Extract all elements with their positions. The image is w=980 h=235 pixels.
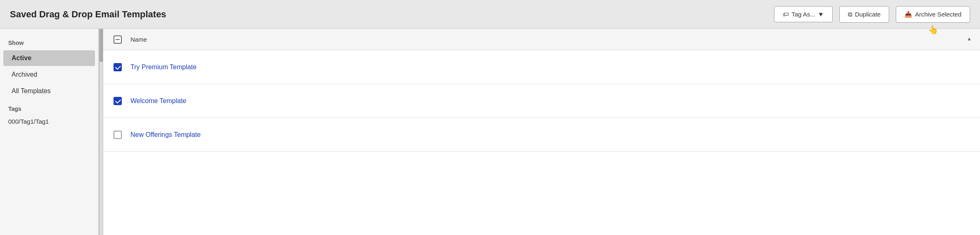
chevron-down-icon: ▼ xyxy=(818,11,824,18)
row-2-name[interactable]: Welcome Template xyxy=(130,97,186,105)
row-2-checkbox[interactable] xyxy=(114,97,122,105)
page-title: Saved Drag & Drop Email Templates xyxy=(10,9,166,20)
sidebar-item-active[interactable]: Active xyxy=(3,50,95,66)
row-1-name[interactable]: Try Premium Template xyxy=(130,63,196,71)
sidebar-tag-item[interactable]: 000/Tag1/Tag1 xyxy=(0,115,98,128)
header-checkbox-cell[interactable] xyxy=(111,35,124,44)
row-3-checkbox[interactable] xyxy=(114,131,122,139)
main-layout: Show Active Archived All Templates Tags … xyxy=(0,29,980,235)
row-2-checkbox-cell[interactable] xyxy=(111,97,124,105)
scrollbar[interactable] xyxy=(99,29,103,235)
sidebar: Show Active Archived All Templates Tags … xyxy=(0,29,99,235)
duplicate-button[interactable]: ⧉ Duplicate xyxy=(839,6,890,23)
tag-as-button[interactable]: 🏷 Tag As... ▼ xyxy=(774,6,832,22)
row-3-name[interactable]: New Offerings Template xyxy=(130,131,201,139)
table-row: Try Premium Template xyxy=(103,50,980,84)
show-label: Show xyxy=(0,37,98,49)
header: Saved Drag & Drop Email Templates 🏷 Tag … xyxy=(0,0,980,29)
tags-label: Tags xyxy=(0,100,98,115)
row-1-checkbox-cell[interactable] xyxy=(111,63,124,71)
tag-icon: 🏷 xyxy=(783,11,789,18)
select-all-checkbox[interactable] xyxy=(114,35,122,44)
scroll-thumb xyxy=(99,29,103,62)
sort-icon[interactable]: ▲ xyxy=(967,36,972,42)
archive-icon: 📥 xyxy=(904,11,912,18)
archive-selected-button[interactable]: 📥 Archive Selected 👆 xyxy=(896,6,970,23)
table-header: Name ▲ xyxy=(103,29,980,50)
table-row: New Offerings Template xyxy=(103,118,980,152)
table-row: Welcome Template xyxy=(103,84,980,118)
sidebar-item-archived[interactable]: Archived xyxy=(3,67,95,82)
duplicate-icon: ⧉ xyxy=(848,11,852,18)
name-column-header: Name ▲ xyxy=(130,36,972,43)
sidebar-item-all-templates[interactable]: All Templates xyxy=(3,83,95,99)
row-3-checkbox-cell[interactable] xyxy=(111,131,124,139)
row-1-checkbox[interactable] xyxy=(114,63,122,71)
content-area: Name ▲ Try Premium Template Welcome Temp… xyxy=(103,29,980,235)
